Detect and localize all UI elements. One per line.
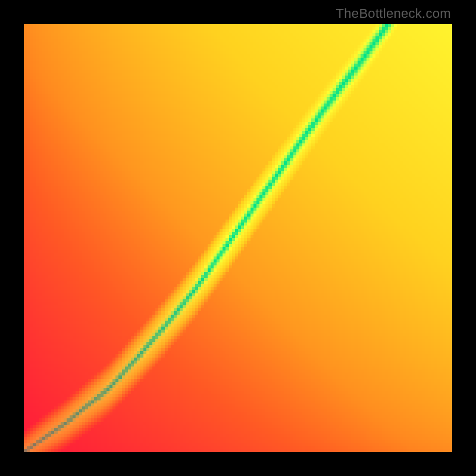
chart-frame: TheBottleneck.com bbox=[0, 0, 476, 476]
watermark-text: TheBottleneck.com bbox=[336, 6, 451, 21]
heatmap-canvas bbox=[24, 24, 452, 452]
heatmap-plot bbox=[24, 24, 452, 452]
crosshair-vertical bbox=[112, 452, 112, 476]
